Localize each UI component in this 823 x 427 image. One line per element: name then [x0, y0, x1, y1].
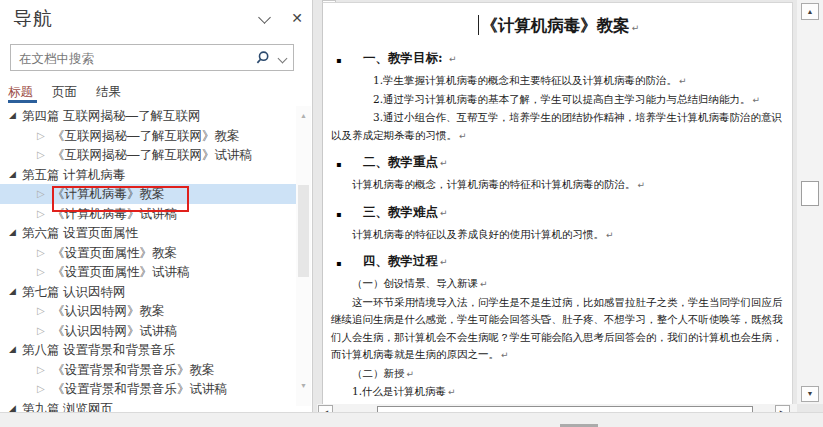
- collapse-triangle-icon[interactable]: ◢: [9, 399, 22, 412]
- paragraph-text: 1.学生掌握计算机病毒的概念和主要特征以及计算机病毒的防治。: [373, 74, 677, 86]
- tree-item[interactable]: ▷《认识因特网》试讲稿: [0, 321, 296, 341]
- tree-item[interactable]: ▷《设置背景和背景音乐》试讲稿: [0, 379, 296, 399]
- doc-title-line: 《计算机病毒》教案↵: [331, 13, 786, 41]
- tree-item-label: 《认识因特网》教案: [52, 304, 165, 318]
- search-input[interactable]: 在文档中搜索: [10, 44, 294, 71]
- scroll-up-icon[interactable]: ▲: [801, 3, 819, 20]
- heading-text: 四、教学过程: [363, 253, 438, 268]
- nav-scrollbar[interactable]: ▲ ▼: [296, 106, 311, 406]
- nav-scrollbar-thumb[interactable]: [298, 185, 309, 277]
- heading-text: 一、教学目标:: [363, 50, 443, 65]
- heading-text: 二、教学重点: [363, 154, 438, 169]
- tree-item[interactable]: ▷《计算机病毒》试讲稿: [0, 204, 296, 224]
- paragraph-text: 计算机病毒的概念，计算机病毒的特征和计算机病毒的防治。: [352, 178, 636, 190]
- search-icon[interactable]: [255, 50, 271, 66]
- paragraph-text: 2.通过学习计算机病毒的基本了解，学生可以提高自主学习能力与总结归纳能力。: [373, 93, 751, 105]
- scroll-down-icon[interactable]: ▼: [296, 382, 311, 389]
- collapse-triangle-icon[interactable]: ◢: [9, 165, 22, 185]
- nav-tabs: 标题 页面 结果: [0, 84, 312, 106]
- list-bullet-icon: ▪: [336, 157, 341, 173]
- expand-triangle-icon[interactable]: ▷: [37, 204, 52, 224]
- chevron-down-icon: [258, 11, 271, 24]
- doc-paragraph: 1.学生掌握计算机病毒的概念和主要特征以及计算机病毒的防治。↵: [331, 72, 786, 91]
- expand-triangle-icon[interactable]: ▷: [37, 126, 52, 146]
- expand-triangle-icon[interactable]: ▷: [37, 301, 52, 321]
- text-cursor: [478, 15, 480, 35]
- tree-item[interactable]: ▷《互联网揭秘—了解互联网》试讲稿: [0, 145, 296, 165]
- scroll-up-icon[interactable]: ▲: [296, 112, 311, 119]
- paragraph-mark-icon: ↵: [679, 76, 687, 86]
- paragraph-text: 这一环节采用情境导入法，问学生是不是生过病，比如感冒拉肚子之类，学生当同学们回应…: [331, 296, 783, 361]
- document-area: 《计算机病毒》教案↵ ▪一、教学目标: ↵ 1.学生掌握计算机病毒的概念和主要特…: [313, 0, 823, 420]
- doc-vertical-scrollbar[interactable]: ▲ ▼: [797, 0, 823, 404]
- expand-triangle-icon[interactable]: ▷: [37, 379, 52, 399]
- expand-triangle-icon[interactable]: ▷: [37, 321, 52, 341]
- expand-triangle-icon[interactable]: ▷: [37, 243, 52, 263]
- tree-item-label: 《计算机病毒》教案: [52, 187, 165, 201]
- tree-item[interactable]: ▷《设置背景和背景音乐》教案: [0, 360, 296, 380]
- active-tab-underline: [8, 100, 37, 103]
- tree-item[interactable]: ◢第八篇 设置背景和背景音乐: [0, 340, 296, 360]
- headings-tree: ◢第四篇 互联网揭秘—了解互联网 ▷《互联网揭秘—了解互联网》教案 ▷《互联网揭…: [0, 106, 296, 412]
- collapse-triangle-icon[interactable]: ◢: [9, 282, 22, 302]
- nav-pane-title: 导航: [13, 6, 53, 32]
- tree-item-label: 《设置页面属性》教案: [52, 246, 177, 260]
- tab-pages[interactable]: 页面: [52, 84, 77, 101]
- tree-item[interactable]: ▷《设置页面属性》教案: [0, 243, 296, 263]
- tree-item[interactable]: ◢第五篇 计算机病毒: [0, 165, 296, 185]
- list-bullet-icon: ▪: [336, 207, 341, 223]
- collapse-triangle-icon[interactable]: ◢: [9, 340, 22, 360]
- heading-text: 三、教学难点: [363, 204, 438, 219]
- tree-item-label: 第五篇 计算机病毒: [22, 168, 125, 182]
- close-icon[interactable]: ✕: [286, 7, 308, 29]
- doc-heading-2: ▪二、教学重点↵: [331, 154, 786, 171]
- scroll-down-icon[interactable]: ▼: [801, 386, 819, 402]
- search-dropdown-icon[interactable]: [278, 54, 288, 64]
- doc-paragraph: 这一环节采用情境导入法，问学生是不是生过病，比如感冒拉肚子之类，学生当同学们回应…: [331, 294, 786, 365]
- expand-triangle-icon[interactable]: ▷: [37, 262, 52, 282]
- tree-item[interactable]: ▷《认识因特网》教案: [0, 301, 296, 321]
- paragraph-mark-icon: ↵: [480, 279, 488, 289]
- paragraph-text: （二）新授: [352, 367, 405, 379]
- document-page[interactable]: 《计算机病毒》教案↵ ▪一、教学目标: ↵ 1.学生掌握计算机病毒的概念和主要特…: [322, 2, 793, 420]
- doc-heading-1: ▪一、教学目标: ↵: [331, 50, 786, 67]
- doc-paragraph: （一）创设情景、导入新课↵: [331, 275, 786, 294]
- tree-item-label: 第九篇 浏览网页: [22, 402, 113, 412]
- paragraph-mark-icon: ↵: [501, 350, 509, 360]
- doc-paragraph: 3.通过小组合作、互帮互学，培养学生的团结协作精神，培养学生计算机病毒防治的意识…: [331, 109, 786, 145]
- tree-item-label: 第八篇 设置背景和背景音乐: [22, 343, 175, 357]
- paragraph-text: （一）创设情景、导入新课: [352, 277, 478, 289]
- expand-triangle-icon[interactable]: ▷: [37, 145, 52, 165]
- tree-item[interactable]: ◢第六篇 设置页面属性: [0, 223, 296, 243]
- collapse-triangle-icon[interactable]: ◢: [9, 223, 22, 243]
- paragraph-mark-icon: ↵: [632, 23, 640, 33]
- paragraph-mark-icon: ↵: [753, 95, 761, 105]
- doc-heading-3: ▪三、教学难点↵: [331, 204, 786, 221]
- doc-paragraph: 计算机病毒的特征以及养成良好的使用计算机的习惯。↵: [331, 226, 786, 245]
- paragraph-mark-icon: ↵: [440, 257, 448, 267]
- expand-triangle-icon[interactable]: ▷: [37, 184, 52, 204]
- tree-item[interactable]: ◢第七篇 认识因特网: [0, 282, 296, 302]
- paragraph-mark-icon: ↵: [440, 208, 448, 218]
- nav-options-button[interactable]: [252, 8, 278, 30]
- tab-headings[interactable]: 标题: [8, 84, 33, 101]
- tree-item-label: 第四篇 互联网揭秘—了解互联网: [22, 109, 200, 123]
- tree-item[interactable]: ◢第四篇 互联网揭秘—了解互联网: [0, 106, 296, 126]
- tree-item[interactable]: ◢第九篇 浏览网页: [0, 399, 296, 413]
- tree-item-label: 第七篇 认识因特网: [22, 285, 125, 299]
- paragraph-mark-icon: ↵: [407, 369, 415, 379]
- paragraph-mark-icon: ↵: [459, 131, 467, 141]
- tab-results[interactable]: 结果: [96, 84, 121, 101]
- bottom-strip: [0, 412, 823, 427]
- tree-item-selected[interactable]: ▷《计算机病毒》教案: [0, 184, 296, 204]
- doc-vscrollbar-thumb[interactable]: [801, 181, 819, 206]
- expand-triangle-icon[interactable]: ▷: [37, 360, 52, 380]
- tree-item[interactable]: ▷《设置页面属性》试讲稿: [0, 262, 296, 282]
- collapse-triangle-icon[interactable]: ◢: [9, 106, 22, 126]
- tree-item[interactable]: ▷《互联网揭秘—了解互联网》教案: [0, 126, 296, 146]
- paragraph-text: 1.什么是计算机病毒: [352, 385, 446, 397]
- paragraph-mark-icon: ↵: [449, 54, 457, 64]
- doc-title: 《计算机病毒》教案: [481, 16, 630, 35]
- tree-item-label: 《计算机病毒》试讲稿: [52, 207, 177, 221]
- list-bullet-icon: ▪: [336, 256, 341, 272]
